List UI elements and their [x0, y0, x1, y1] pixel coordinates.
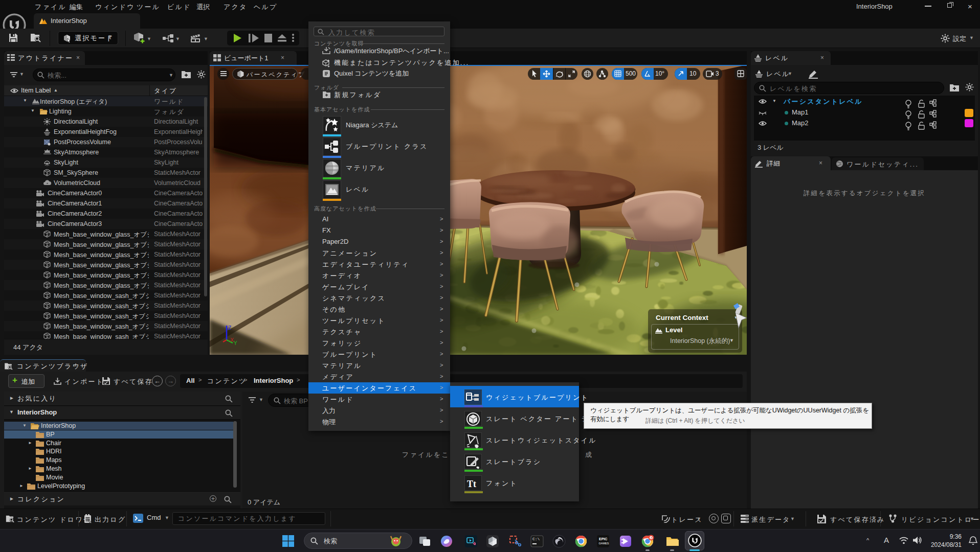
svg-text:EPIC: EPIC: [599, 537, 607, 541]
svg-text:Y: Y: [234, 340, 237, 345]
svg-text:Z: Z: [228, 325, 231, 331]
svg-text:-X: -X: [229, 337, 234, 343]
svg-text:Tt: Tt: [467, 479, 476, 489]
svg-text:C:\: C:\: [532, 537, 540, 541]
svg-text:GAMES: GAMES: [599, 542, 609, 545]
